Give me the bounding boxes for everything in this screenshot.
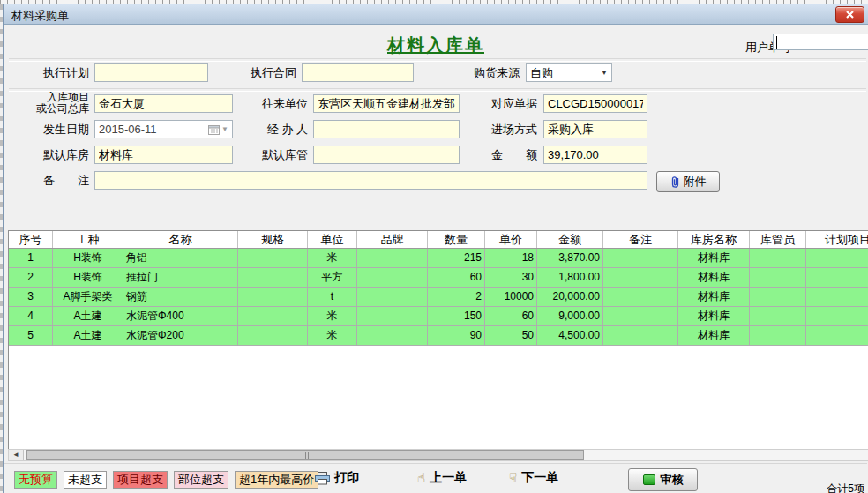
column-header[interactable]: 规格 — [238, 231, 308, 248]
attachment-button[interactable]: 附件 — [656, 171, 720, 192]
column-header[interactable]: 单价 — [485, 231, 537, 248]
entry-mode-label: 进场方式 — [467, 120, 537, 138]
table-body: 1H装饰角铝米215183,870.00材料库2H装饰推拉门平方60301,80… — [9, 249, 868, 346]
occur-date-picker[interactable]: 2015-06-11 ▼ — [94, 120, 233, 138]
table-cell: 材料库 — [678, 307, 750, 325]
prev-doc-button[interactable]: ☝ 上一单 — [417, 470, 467, 486]
approve-green-icon — [643, 474, 655, 485]
table-cell: 水泥管Φ400 — [123, 307, 238, 325]
default-warehouse-input[interactable] — [94, 146, 233, 164]
window-titlebar[interactable]: 材料采购单 — [4, 4, 868, 25]
table-cell: 9,000.00 — [537, 307, 603, 325]
column-header[interactable]: 工种 — [53, 231, 123, 248]
table-cell: 50 — [485, 326, 537, 345]
scrollbar-thumb[interactable] — [26, 450, 584, 460]
table-cell — [357, 307, 428, 325]
paperclip-icon — [670, 176, 680, 189]
column-header[interactable]: 名称 — [123, 231, 238, 248]
column-header[interactable]: 序号 — [9, 231, 53, 248]
table-cell — [806, 288, 868, 306]
table-row[interactable]: 2H装饰推拉门平方60301,800.00材料库 — [9, 268, 868, 288]
remark-input[interactable] — [94, 171, 647, 190]
table-cell: 150 — [428, 307, 485, 325]
table-cell: 10000 — [485, 288, 537, 306]
amount-input[interactable] — [543, 146, 647, 164]
calendar-icon — [208, 124, 220, 135]
print-button-label: 打印 — [334, 470, 359, 486]
ref-doc-input[interactable] — [543, 94, 647, 113]
column-header[interactable]: 库管员 — [750, 231, 806, 248]
legend-tag: 项目超支 — [113, 471, 168, 489]
table-cell: 215 — [428, 249, 485, 267]
table-row[interactable]: 4A土建水泥管Φ400米150609,000.00材料库 — [9, 307, 868, 326]
print-button[interactable]: 打印 — [315, 470, 359, 486]
column-header[interactable]: 备注 — [603, 231, 678, 248]
table-cell — [238, 288, 308, 306]
table-cell: 材料库 — [678, 268, 750, 287]
prev-doc-label: 上一单 — [430, 470, 467, 486]
table-cell: 米 — [308, 307, 357, 325]
table-cell: 2 — [428, 288, 485, 306]
remark-label: 备 注 — [19, 171, 89, 190]
project-input[interactable] — [94, 94, 233, 113]
exec-contract-label: 执行合同 — [226, 63, 296, 82]
separator — [9, 88, 866, 92]
table-cell — [603, 307, 678, 325]
column-header[interactable]: 计划项目 — [806, 231, 868, 248]
horizontal-scrollbar[interactable]: ◄ — [8, 449, 868, 461]
exec-contract-input[interactable] — [302, 63, 414, 82]
scrollbar-grip-icon — [305, 452, 306, 459]
column-header[interactable]: 单位 — [308, 231, 357, 248]
next-doc-button[interactable]: ☟ 下一单 — [509, 470, 558, 486]
table-cell — [238, 249, 308, 267]
scroll-left-arrow-icon[interactable]: ◄ — [9, 450, 24, 460]
column-header[interactable]: 数量 — [428, 231, 485, 248]
table-cell: 4,500.00 — [537, 326, 603, 345]
purchase-source-label: 购货来源 — [449, 63, 520, 82]
table-cell — [603, 249, 678, 267]
handler-input[interactable] — [313, 120, 460, 138]
table-cell: 平方 — [308, 268, 357, 287]
table-cell: 水泥管Φ200 — [123, 326, 238, 345]
legend-tag: 部位超支 — [174, 471, 228, 489]
default-keeper-input[interactable] — [313, 146, 460, 164]
column-header[interactable]: 库房名称 — [678, 231, 750, 248]
table-cell — [750, 307, 806, 325]
table-cell — [750, 288, 806, 306]
chevron-down-icon: ▼ — [221, 125, 228, 133]
status-bar: 无预算未超支项目超支部位超支超1年内最高价 打印 ☝ 上一单 ☟ 下一单 审核 … — [4, 463, 867, 493]
table-cell — [806, 326, 868, 345]
exec-plan-input[interactable] — [94, 63, 208, 82]
table-row[interactable]: 3A脚手架类钢筋t21000020,000.00材料库 — [9, 288, 868, 307]
column-header[interactable]: 金额 — [537, 231, 603, 248]
detail-table: 序号工种名称规格单位品牌数量单价金额备注库房名称库管员计划项目 1H装饰角铝米2… — [8, 230, 868, 449]
close-icon — [846, 11, 854, 19]
hand-down-icon: ☟ — [509, 470, 517, 486]
table-cell — [750, 268, 806, 287]
table-cell: 60 — [428, 268, 485, 287]
entry-mode-input[interactable] — [543, 120, 647, 138]
column-header[interactable]: 品牌 — [357, 231, 428, 248]
table-cell: 20,000.00 — [537, 288, 603, 306]
table-cell — [603, 268, 678, 287]
table-cell — [357, 249, 428, 267]
table-cell — [806, 268, 868, 287]
table-cell: H装饰 — [53, 249, 123, 267]
user-no-input[interactable] — [773, 34, 868, 50]
table-cell — [238, 326, 308, 345]
purchase-source-dropdown[interactable]: 自购 ▼ — [526, 63, 612, 82]
approve-button[interactable]: 审核 — [628, 468, 698, 491]
material-receipt-window: 材料采购单 材料入库单 用户单号 执行计划 执行合同 购货来源 自购 ▼ 入库项… — [3, 4, 868, 493]
table-cell — [750, 326, 806, 345]
close-button[interactable] — [835, 6, 864, 23]
table-cell — [357, 326, 428, 345]
table-cell — [357, 288, 428, 306]
approve-button-label: 审核 — [661, 472, 684, 488]
table-row[interactable]: 5A土建水泥管Φ200米90504,500.00材料库 — [9, 326, 868, 346]
hand-up-icon: ☝ — [417, 470, 425, 486]
table-row[interactable]: 1H装饰角铝米215183,870.00材料库 — [9, 249, 868, 268]
counterparty-input[interactable] — [313, 94, 460, 113]
legend-tag: 未超支 — [64, 471, 107, 489]
table-cell: t — [308, 288, 357, 306]
exec-plan-label: 执行计划 — [19, 63, 89, 82]
